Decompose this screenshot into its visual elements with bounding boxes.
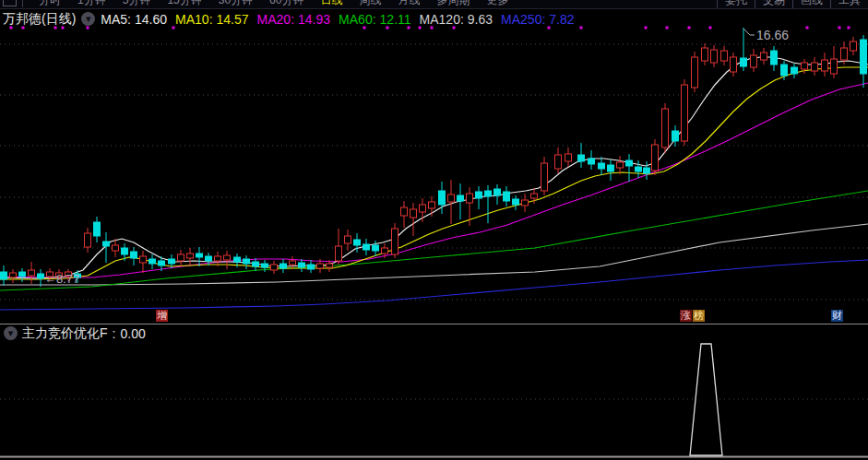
sub-indicator-value: 0.00 [120,326,145,341]
ma-legend-item-MA20: MA20:14.93 [257,12,331,27]
ma-legend-item-MA10: MA10:14.57 [175,12,249,27]
ma-legend-item-MA60: MA60:12.11 [339,12,410,27]
chevron-down-icon[interactable]: ▾ [81,12,95,26]
chevron-down-icon[interactable]: ▾ [4,326,18,340]
event-badge-bang[interactable]: 榜 [693,310,705,322]
ma-legend-item-MA250: MA250:7.82 [501,12,575,27]
stock-title: 万邦德(日线) [3,11,76,28]
sub-indicator-header: ▾ 主力竞价优化F : 0.00 [0,325,868,341]
panel-divider [0,324,868,324]
ma-legend: MA5:14.60MA10:14.57MA20:14.93MA60:12.11M… [101,12,582,27]
candlestick-chart[interactable]: 16.66←8.77 [0,0,868,460]
event-badge-cai[interactable]: 财 [831,310,843,322]
high-price-label: 16.66 [756,28,789,42]
event-badge-zhang[interactable]: 涨 [680,310,692,322]
ma-legend-item-MA120: MA120:9.63 [420,12,493,27]
low-price-label: ←8.77 [44,272,79,286]
trading-app-window: 16.66←8.77 分时1分钟5分钟15分钟30分钟60分钟日线周线月线多周期… [0,0,868,460]
chart-title-bar: 万邦德(日线) ▾ MA5:14.60MA10:14.57MA20:14.93M… [0,8,868,29]
ma-legend-item-MA5: MA5:14.60 [101,12,167,27]
sub-indicator-spike [690,344,722,455]
sub-indicator-title: 主力竞价优化F [22,325,108,342]
sub-indicator-separator: : [113,326,116,341]
ma-line-ma5 [0,57,868,278]
app-grid-icon[interactable] [3,0,17,6]
high-arrow [743,29,755,35]
toolbar-divider [22,0,23,7]
event-badge-zeng[interactable]: 增 [156,310,168,322]
